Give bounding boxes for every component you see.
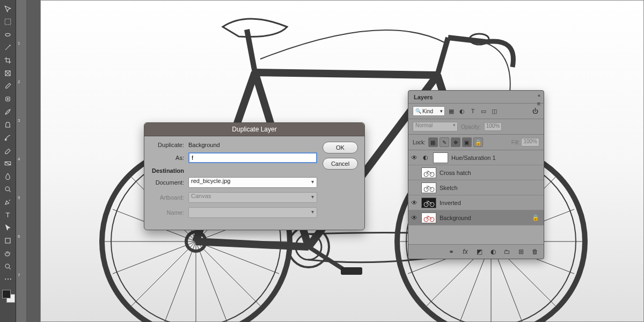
- as-input[interactable]: [188, 152, 317, 163]
- link-layers-icon[interactable]: ⚭: [447, 247, 456, 256]
- gradient-tool[interactable]: [2, 157, 14, 169]
- dialog-title: Duplicate Layer: [144, 123, 364, 136]
- layer-thumb[interactable]: [421, 197, 436, 208]
- marquee-tool[interactable]: [2, 16, 14, 27]
- dodge-tool[interactable]: [2, 183, 14, 195]
- adjustment-layer-icon[interactable]: ◐: [489, 247, 497, 256]
- document-label: Document:: [151, 179, 184, 186]
- svg-line-25: [113, 241, 196, 274]
- document-select[interactable]: red_bicycle.jpg: [188, 177, 317, 188]
- blur-tool[interactable]: [2, 170, 14, 182]
- filter-shape-icon[interactable]: ▭: [479, 107, 488, 115]
- svg-point-56: [296, 234, 321, 260]
- filter-adjust-icon[interactable]: ◐: [458, 107, 466, 115]
- opacity-label: Opacity:: [461, 124, 481, 130]
- layer-row[interactable]: 👁 Inverted: [408, 195, 544, 210]
- visibility-icon[interactable]: 👁: [411, 154, 418, 162]
- layer-filter-row: Kind ▦ ◐ T ▭ ◫ ⏻: [408, 104, 544, 119]
- vertical-ruler: 1 2 3 4 5 6 7: [16, 0, 27, 322]
- filter-toggle-icon[interactable]: ⏻: [531, 107, 539, 115]
- svg-point-55: [288, 226, 329, 267]
- layer-thumb[interactable]: [421, 182, 436, 193]
- layer-name[interactable]: Sketch: [440, 185, 541, 191]
- ok-button[interactable]: OK: [323, 142, 358, 153]
- ruler-mark: 7: [18, 273, 20, 277]
- lock-transparency-icon[interactable]: ▦: [428, 137, 438, 147]
- ruler-mark: 2: [18, 79, 20, 84]
- filter-pixel-icon[interactable]: ▦: [447, 107, 456, 115]
- crop-tool[interactable]: [2, 54, 14, 66]
- svg-line-52: [247, 30, 255, 72]
- lock-position-icon[interactable]: ✥: [451, 137, 460, 147]
- layer-row[interactable]: Cross hatch: [408, 165, 544, 180]
- ruler-mark: 6: [18, 234, 20, 239]
- foreground-swatch[interactable]: [2, 290, 11, 298]
- layer-row[interactable]: Sketch: [408, 180, 544, 195]
- opacity-value[interactable]: 100%: [484, 122, 502, 131]
- adjustment-icon: ◐: [421, 153, 430, 162]
- layers-footer: ⚭ fx ◩ ◐ 🗀 ⊞ 🗑: [408, 245, 544, 259]
- layer-name[interactable]: Hue/Saturation 1: [451, 155, 541, 161]
- fill-value[interactable]: 100%: [521, 138, 539, 147]
- lock-artboard-icon[interactable]: ▣: [462, 137, 472, 147]
- blend-row: Normal Opacity: 100%: [408, 119, 544, 135]
- frame-tool[interactable]: [2, 67, 14, 79]
- layer-lock-icon[interactable]: 🔒: [532, 214, 539, 221]
- brush-tool[interactable]: [2, 106, 14, 118]
- eyedropper-tool[interactable]: [2, 80, 14, 92]
- type-tool[interactable]: [2, 209, 14, 221]
- color-swatches[interactable]: [1, 289, 15, 303]
- filter-kind-select[interactable]: Kind: [413, 106, 445, 116]
- hand-tool[interactable]: [2, 247, 14, 259]
- svg-line-48: [255, 72, 437, 75]
- lock-all-icon[interactable]: 🔒: [473, 137, 483, 147]
- tools-toolbar: ⋯: [0, 0, 16, 322]
- duplicate-layer-dialog: Duplicate Layer OK Cancel Duplicate: Bac…: [144, 122, 365, 230]
- layer-name[interactable]: Background: [440, 215, 529, 221]
- layers-tab[interactable]: Layers « ≡: [408, 91, 544, 104]
- layer-row[interactable]: 👁 Background 🔒: [408, 210, 544, 225]
- cancel-button[interactable]: Cancel: [323, 158, 358, 170]
- layers-list: 👁 ◐ Hue/Saturation 1 Cross hatch Sketch …: [408, 150, 544, 225]
- move-tool[interactable]: [2, 3, 14, 14]
- layer-thumb[interactable]: [433, 152, 448, 163]
- svg-rect-58: [341, 267, 362, 275]
- path-select-tool[interactable]: [2, 222, 14, 233]
- filter-smart-icon[interactable]: ◫: [490, 107, 499, 115]
- group-icon[interactable]: 🗀: [503, 247, 511, 256]
- shape-tool[interactable]: [2, 235, 14, 246]
- svg-line-57: [309, 247, 346, 271]
- blend-mode-select[interactable]: Normal: [413, 122, 458, 131]
- layer-name[interactable]: Inverted: [440, 200, 541, 206]
- layer-thumb[interactable]: [421, 213, 436, 223]
- filter-type-icon[interactable]: T: [469, 107, 477, 115]
- svg-line-46: [196, 241, 309, 247]
- healing-tool[interactable]: [2, 93, 14, 105]
- pen-tool[interactable]: [2, 196, 14, 208]
- panel-menu-icon[interactable]: ≡: [537, 100, 540, 107]
- artboard-select: Canvas: [188, 192, 317, 203]
- fx-icon[interactable]: fx: [461, 247, 470, 256]
- visibility-icon[interactable]: 👁: [411, 214, 418, 222]
- eraser-tool[interactable]: [2, 144, 14, 156]
- svg-line-53: [437, 38, 448, 75]
- clone-tool[interactable]: [2, 119, 14, 130]
- lasso-tool[interactable]: [2, 28, 14, 40]
- panel-collapse-icon[interactable]: «: [538, 93, 540, 98]
- duplicate-label: Duplicate:: [151, 142, 184, 148]
- trash-icon[interactable]: 🗑: [531, 247, 539, 256]
- mask-icon[interactable]: ◩: [475, 247, 484, 256]
- layer-thumb[interactable]: [421, 167, 436, 178]
- svg-rect-6: [5, 238, 10, 243]
- visibility-icon[interactable]: 👁: [411, 199, 418, 207]
- zoom-tool[interactable]: [2, 260, 14, 272]
- layer-row[interactable]: 👁 ◐ Hue/Saturation 1: [408, 150, 544, 165]
- layer-name[interactable]: Cross hatch: [440, 170, 541, 176]
- history-brush-tool[interactable]: [2, 131, 14, 143]
- lock-paint-icon[interactable]: ✎: [440, 137, 449, 147]
- new-layer-icon[interactable]: ⊞: [517, 247, 525, 256]
- magic-wand-tool[interactable]: [2, 41, 14, 53]
- edit-toolbar[interactable]: ⋯: [2, 273, 14, 285]
- svg-rect-0: [5, 19, 11, 25]
- name-label: Name:: [151, 209, 184, 216]
